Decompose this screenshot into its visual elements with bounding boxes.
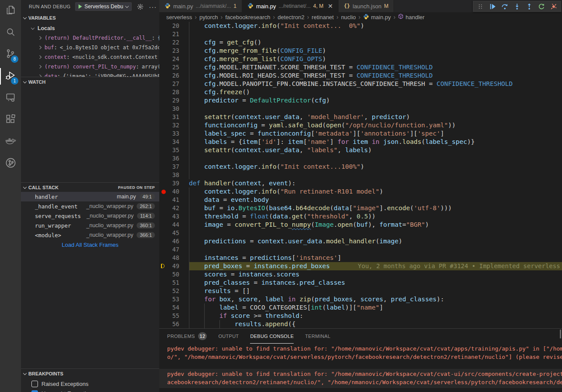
- code-line-56[interactable]: 56 results.append({: [159, 320, 562, 328]
- start-debug-icon[interactable]: [79, 4, 82, 9]
- gutter-breakpoint-column[interactable]: [159, 221, 169, 229]
- code-line-54[interactable]: 54 label = COCO_CATEGORIES[int(label)]["…: [159, 303, 562, 312]
- call-stack-frame[interactable]: _handle_event_nuclio_wrapper.py262:1: [21, 201, 159, 211]
- code-line-26[interactable]: 26 cfg.MODEL.ROI_HEADS.SCORE_THRESH_TEST…: [159, 72, 562, 80]
- code-line-31[interactable]: 31 setattr(context.user_data, 'model_han…: [159, 113, 562, 121]
- debug-console-output[interactable]: pydev debugger: unable to find translati…: [159, 344, 562, 392]
- code-line-21[interactable]: 21: [159, 30, 562, 38]
- code-line-51[interactable]: 51 pred_classes = instances.pred_classes: [159, 279, 562, 287]
- breakpoint-icon[interactable]: [161, 190, 166, 194]
- code-line-52[interactable]: 52 results = []: [159, 287, 562, 295]
- code-line-48[interactable]: 48 instances = predictions['instances']: [159, 254, 562, 262]
- code-line-34[interactable]: 34 labels = {item['id']: item['name'] fo…: [159, 138, 562, 146]
- gutter-breakpoint-column[interactable]: [159, 72, 169, 80]
- gutter-breakpoint-column[interactable]: [159, 187, 169, 196]
- gutter-breakpoint-column[interactable]: [159, 121, 169, 130]
- variable-row[interactable]: context:<nuclio_sdk.context.Context obje…: [21, 52, 159, 62]
- activity-item-test-explorer[interactable]: [0, 153, 21, 174]
- code-editor[interactable]: 20 context.logger.info("Init context... …: [159, 22, 562, 328]
- code-line-37[interactable]: 37 context.logger.info("Init context...1…: [159, 163, 562, 171]
- variables-section-header[interactable]: VARIABLES: [21, 13, 159, 23]
- gutter-breakpoint-column[interactable]: [159, 212, 169, 221]
- launch-config-dropdown[interactable]: Serverless Debu: [75, 2, 132, 11]
- gutter-breakpoint-column[interactable]: [159, 105, 169, 113]
- code-line-24[interactable]: 24 cfg.merge_from_list(CONFIG_OPTS): [159, 55, 562, 63]
- watch-section-header[interactable]: WATCH: [21, 77, 159, 86]
- code-line-35[interactable]: 35 setattr(context.user_data, "labels", …: [159, 146, 562, 154]
- call-stack-frame[interactable]: <module>_nuclio_wrapper.py366:1: [21, 230, 159, 240]
- panel-tab-problems[interactable]: PROBLEMS12: [167, 329, 207, 344]
- code-line-32[interactable]: 32 functionconfig = yaml.safe_load(open(…: [159, 121, 562, 130]
- gutter-breakpoint-column[interactable]: [159, 254, 169, 262]
- activity-item-extensions[interactable]: [0, 109, 21, 131]
- variable-row[interactable]: buf:<_io.BytesIO object at 0x7f5a2dc1ecc…: [21, 43, 159, 52]
- code-line-40[interactable]: 40 context.logger.info("Run retinanet-R1…: [159, 187, 562, 196]
- call-stack-frame[interactable]: serve_requests_nuclio_wrapper.py114:1: [21, 211, 159, 221]
- gutter-breakpoint-column[interactable]: [159, 270, 169, 279]
- gutter-breakpoint-column[interactable]: [159, 295, 169, 303]
- code-line-28[interactable]: 28 cfg.freeze(): [159, 88, 562, 96]
- code-line-20[interactable]: 20 context.logger.info("Init context... …: [159, 22, 562, 30]
- gutter-breakpoint-column[interactable]: [159, 320, 169, 328]
- continue-icon[interactable]: [487, 2, 498, 11]
- console-message-block[interactable]: pydev debugger: unable to find translati…: [159, 344, 562, 363]
- more-actions-icon[interactable]: ···: [149, 3, 157, 10]
- code-line-53[interactable]: 53 for box, score, label in zip(pred_box…: [159, 295, 562, 303]
- code-line-49[interactable]: 49 pred_boxes = instances.pred_boxesYou,…: [159, 262, 562, 270]
- activity-item-source-control[interactable]: 8: [0, 44, 21, 65]
- code-line-39[interactable]: 39def handler(context, event):: [159, 179, 562, 187]
- code-line-47[interactable]: 47: [159, 245, 562, 254]
- code-line-42[interactable]: 42 buf = io.BytesIO(base64.b64decode(dat…: [159, 204, 562, 212]
- code-line-46[interactable]: 46 predictions = context.user_data.model…: [159, 237, 562, 245]
- gutter-breakpoint-column[interactable]: [159, 96, 169, 105]
- tab-launch-json-2[interactable]: {}launch.jsonM: [339, 0, 394, 12]
- gutter-breakpoint-column[interactable]: [159, 30, 169, 38]
- code-line-29[interactable]: 29 predictor = DefaultPredictor(cfg): [159, 96, 562, 105]
- gear-icon[interactable]: [137, 3, 144, 10]
- code-line-22[interactable]: 22 cfg = get_cfg(): [159, 38, 562, 47]
- gutter-breakpoint-column[interactable]: [159, 146, 169, 154]
- code-line-36[interactable]: 36: [159, 154, 562, 163]
- code-line-45[interactable]: 45: [159, 229, 562, 237]
- gutter-breakpoint-column[interactable]: [159, 245, 169, 254]
- breadcrumb-item-nuclio[interactable]: nuclio: [341, 14, 356, 20]
- load-all-stack-frames-link[interactable]: Load All Stack Frames: [21, 242, 159, 248]
- variable-row[interactable]: data:{'image': 'iVBORw0KG--AAAANSUhE…: [21, 72, 159, 77]
- call-stack-frame[interactable]: handlermain.py49:1: [21, 192, 159, 201]
- variables-scope-locals[interactable]: Locals: [21, 24, 159, 33]
- code-line-50[interactable]: 50 scores = instances.scores: [159, 270, 562, 279]
- gutter-breakpoint-column[interactable]: [159, 130, 169, 138]
- checkbox[interactable]: [31, 381, 38, 387]
- breadcrumb-item-facebookresearch[interactable]: facebookresearch: [225, 14, 270, 20]
- gutter-breakpoint-column[interactable]: [159, 312, 169, 320]
- variable-row[interactable]: (return) convert_PIL_to_numpy:array([[[ …: [21, 62, 159, 72]
- gutter-breakpoint-column[interactable]: [159, 279, 169, 287]
- gutter-breakpoint-column[interactable]: [159, 22, 169, 30]
- gutter-breakpoint-column[interactable]: [159, 237, 169, 245]
- gutter-breakpoint-column[interactable]: [159, 287, 169, 295]
- code-line-33[interactable]: 33 labels_spec = functionconfig['metadat…: [159, 130, 562, 138]
- breakpoints-section-header[interactable]: BREAKPOINTS: [21, 368, 159, 378]
- gutter-breakpoint-column[interactable]: [159, 229, 169, 237]
- gutter-breakpoint-column[interactable]: [159, 196, 169, 204]
- call-stack-section-header[interactable]: CALL STACK PAUSED ON STEP: [21, 182, 159, 192]
- activity-item-remote-explorer[interactable]: [0, 87, 21, 109]
- gutter-breakpoint-column[interactable]: [159, 204, 169, 212]
- activity-item-explorer[interactable]: [0, 0, 21, 22]
- tab-main-py-0[interactable]: main.py.../siammask/...1: [159, 0, 242, 12]
- activity-item-run-debug[interactable]: 1: [0, 65, 21, 87]
- code-line-25[interactable]: 25 cfg.MODEL.RETINANET.SCORE_THRESH_TEST…: [159, 63, 562, 72]
- breadcrumb-item-retinanet[interactable]: retinanet: [312, 14, 334, 20]
- gutter-breakpoint-column[interactable]: [159, 63, 169, 72]
- code-line-44[interactable]: 44 image = convert_PIL_to_numpy(Image.op…: [159, 221, 562, 229]
- gutter-breakpoint-column[interactable]: [159, 262, 169, 270]
- step-out-icon[interactable]: [524, 2, 535, 11]
- panel-tab-terminal[interactable]: TERMINAL: [305, 329, 330, 344]
- console-message-block[interactable]: pydev debugger: unable to find translati…: [159, 369, 562, 388]
- code-line-43[interactable]: 43 threshold = float(data.get("threshold…: [159, 212, 562, 221]
- code-line-55[interactable]: 55 if score >= threshold:: [159, 312, 562, 320]
- code-line-23[interactable]: 23 cfg.merge_from_file(CONFIG_FILE): [159, 47, 562, 55]
- close-icon[interactable]: ✕: [328, 3, 333, 10]
- code-line-30[interactable]: 30: [159, 105, 562, 113]
- checkbox[interactable]: [31, 390, 38, 392]
